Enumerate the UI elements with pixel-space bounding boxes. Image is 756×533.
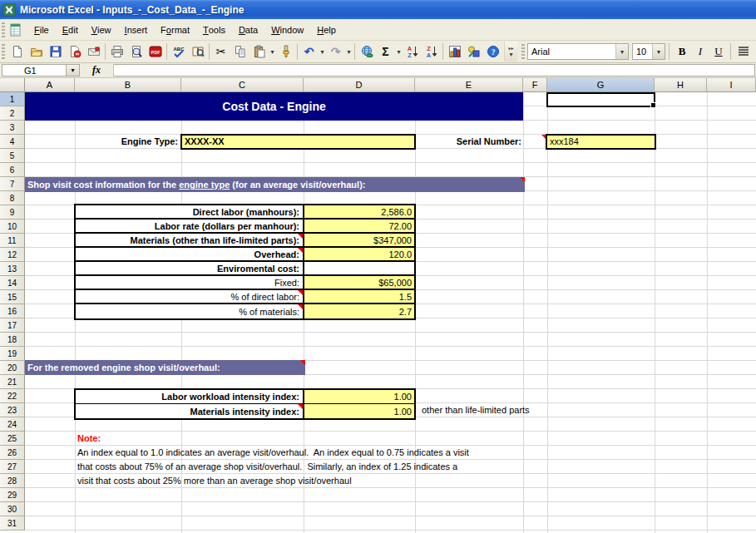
cost-row-value[interactable]: $65,000 [304,276,414,289]
spelling-button[interactable]: ABC [169,42,188,61]
font-name-dropdown-arrow[interactable]: ▾ [615,44,628,59]
paste-dropdown[interactable]: ▾ [269,42,276,61]
autosum-button[interactable]: Σ [376,42,395,61]
permission-button[interactable] [65,42,84,61]
row-header[interactable]: 8 [0,191,25,205]
cost-row-value[interactable]: 72.00 [304,220,414,232]
menu-edit[interactable]: Edit [56,21,85,39]
autosum-dropdown[interactable]: ▾ [395,42,403,61]
menu-insert[interactable]: Insert [118,21,155,39]
research-button[interactable] [188,42,207,61]
bold-button[interactable]: B [673,42,691,61]
column-header-b[interactable]: B [75,78,181,92]
menu-file[interactable]: File [27,21,56,39]
row-header[interactable]: 2 [0,106,25,121]
workbook-icon[interactable] [9,23,22,37]
row-header[interactable]: 14 [0,276,25,290]
column-header-f[interactable]: F [523,78,547,92]
row-header[interactable]: 10 [0,220,25,234]
row-header[interactable]: 15 [0,290,25,304]
row-header[interactable]: 3 [0,121,25,135]
row-header[interactable]: 22 [0,389,25,403]
menu-help[interactable]: Help [310,21,343,39]
menu-window[interactable]: Window [264,21,310,39]
engine-type-input[interactable]: XXXX-XX [180,134,416,150]
cost-row-value[interactable]: 2,586.0 [304,205,414,218]
row-header[interactable]: 16 [0,304,25,318]
cut-button[interactable]: ✂ [211,42,230,61]
row-header[interactable]: 12 [0,248,25,262]
font-name-combobox[interactable]: Arial ▾ [527,43,629,60]
row-header[interactable]: 27 [0,460,25,474]
cost-row-value[interactable] [304,262,414,274]
column-header-h[interactable]: H [655,78,707,92]
insert-function-button[interactable]: fx [80,63,113,77]
row-header[interactable]: 19 [0,347,25,361]
row-header[interactable]: 29 [0,488,25,502]
formula-input[interactable] [113,64,755,76]
print-preview-button[interactable] [126,42,146,61]
name-box-dropdown[interactable]: ▾ [67,64,80,76]
row-header[interactable]: 4 [0,135,25,149]
column-header-e[interactable]: E [415,78,523,92]
redo-dropdown[interactable]: ▾ [345,42,353,61]
select-all-corner[interactable] [0,78,25,92]
index-row-value[interactable]: 1.00 [304,390,414,403]
row-header[interactable]: 18 [0,333,25,347]
menu-data[interactable]: Data [232,21,264,39]
font-size-combobox[interactable]: 10 ▾ [632,43,665,60]
row-header[interactable]: 20 [0,361,25,375]
index-row-value[interactable]: 1.00 [304,404,414,418]
print-button[interactable] [107,42,126,61]
cost-row-value[interactable]: 120.0 [304,248,414,260]
row-header[interactable]: 5 [0,149,25,163]
menubar-grip[interactable] [2,22,5,37]
row-header[interactable]: 9 [0,205,25,220]
toolbar-options-button[interactable]: ▸▸ ▾ [504,42,517,62]
menu-format[interactable]: Format [154,21,196,39]
row-header[interactable]: 28 [0,474,25,488]
menu-tools[interactable]: Tools [196,21,232,39]
row-header[interactable]: 25 [0,432,25,446]
cost-row-value[interactable]: $347,000 [304,234,414,246]
row-header[interactable]: 1 [0,92,25,106]
column-header-g[interactable]: G [547,78,655,92]
font-size-dropdown-arrow[interactable]: ▾ [652,44,665,59]
column-header-i[interactable]: I [707,78,756,92]
cost-row-value[interactable]: 2.7 [304,304,414,318]
row-header[interactable]: 26 [0,446,25,460]
italic-button[interactable]: I [691,42,709,61]
row-header[interactable]: 21 [0,375,25,389]
menu-view[interactable]: View [85,21,118,39]
row-header[interactable]: 31 [0,516,25,531]
row-header[interactable]: 23 [0,403,25,417]
drawing-button[interactable] [464,42,483,61]
row-header[interactable]: 11 [0,234,25,248]
sheet-area[interactable]: Cost Data - Engine Engine Type: XXXX-XX … [25,92,756,533]
formatting-toolbar-grip[interactable] [521,44,525,59]
chart-wizard-button[interactable] [445,42,464,61]
row-header[interactable]: 13 [0,262,25,276]
help-button[interactable]: ? [483,42,502,61]
underline-button[interactable]: U [709,42,728,61]
row-header[interactable]: 6 [0,163,25,177]
row-header[interactable]: 17 [0,318,25,333]
open-button[interactable] [27,42,46,61]
email-button[interactable] [84,42,103,61]
redo-button[interactable]: ↷ [326,42,345,61]
row-header[interactable]: 30 [0,502,25,516]
paste-button[interactable] [250,42,269,61]
selected-cell-g1[interactable] [546,92,655,107]
cost-row-value[interactable]: 1.5 [304,290,414,303]
undo-dropdown[interactable]: ▾ [319,42,326,61]
pdf-button[interactable]: PDF [146,42,165,61]
sort-ascending-button[interactable]: A Z [403,42,422,61]
toolbar-grip[interactable] [2,44,5,59]
row-header[interactable]: 24 [0,417,25,432]
new-document-button[interactable] [7,42,27,61]
serial-number-input[interactable]: xxx184 [546,134,656,150]
sort-descending-button[interactable]: Z A [422,42,441,61]
undo-button[interactable]: ↶ [299,42,319,61]
name-box[interactable]: G1 [2,64,67,76]
row-header[interactable]: 7 [0,177,25,191]
